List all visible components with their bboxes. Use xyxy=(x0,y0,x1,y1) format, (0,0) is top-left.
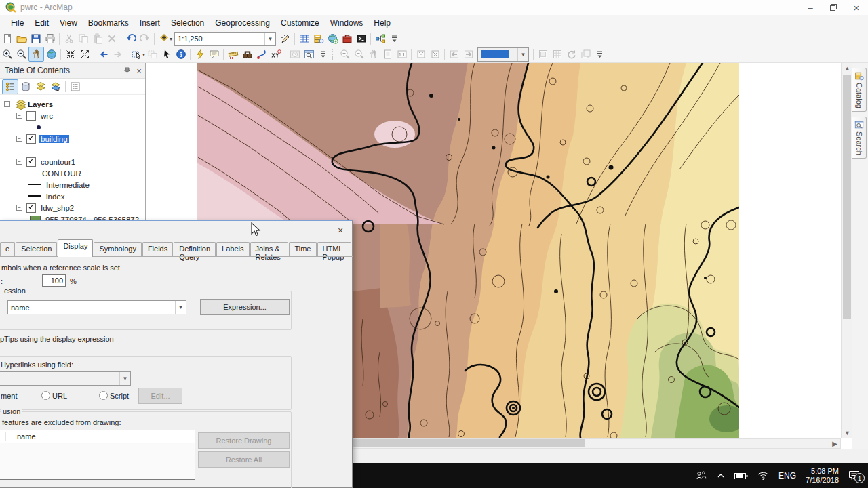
list-by-source-icon[interactable] xyxy=(18,80,33,94)
v-scroll-up-arrow[interactable]: ▲ xyxy=(842,63,853,73)
list-by-selection-icon[interactable] xyxy=(48,80,63,94)
layout-fixed-out-icon[interactable] xyxy=(428,47,442,61)
go-forward-icon[interactable] xyxy=(111,47,125,61)
toc-countour1[interactable]: −countour1 xyxy=(0,156,145,167)
line-symbol[interactable] xyxy=(28,195,41,197)
layer-label[interactable]: wrc xyxy=(39,112,54,120)
zoom-in-icon[interactable] xyxy=(0,47,14,61)
tab-symbology[interactable]: Symbology xyxy=(94,242,141,257)
toolbar-overflow-icon[interactable] xyxy=(387,32,401,45)
layout-zoom-in-icon[interactable] xyxy=(338,47,352,61)
layout-refresh-icon[interactable] xyxy=(564,47,578,61)
layer-label[interactable]: countour1 xyxy=(39,158,77,166)
layout-grid-icon[interactable] xyxy=(550,47,564,61)
dialog-close-icon[interactable]: × xyxy=(333,224,348,237)
menu-customize[interactable]: Customize xyxy=(275,16,325,30)
tab-display[interactable]: Display xyxy=(58,239,93,257)
add-basemap-icon[interactable] xyxy=(326,32,340,45)
new-document-icon[interactable] xyxy=(0,32,14,45)
minimize-button[interactable]: – xyxy=(799,0,822,15)
copy-icon[interactable] xyxy=(76,32,90,45)
tab-definition-query[interactable]: Definition Query xyxy=(174,242,216,257)
layer-label[interactable]: building xyxy=(39,135,69,143)
toc-building[interactable]: −building xyxy=(0,133,145,144)
redo-icon[interactable] xyxy=(138,32,152,45)
layout-full-page-icon[interactable] xyxy=(380,47,395,61)
paste-icon[interactable] xyxy=(90,32,104,45)
hyperlink-lightning-icon[interactable] xyxy=(193,47,207,61)
layout-one-to-one-icon[interactable] xyxy=(395,47,409,61)
map-scale-combo[interactable]: 1:1,250▼ xyxy=(174,32,276,46)
tab-labels[interactable]: Labels xyxy=(216,242,249,257)
collapse-icon[interactable]: − xyxy=(16,205,22,211)
identify-icon[interactable] xyxy=(174,47,188,61)
restore-button[interactable] xyxy=(822,0,845,15)
layout-zoom-out-icon[interactable] xyxy=(352,47,366,61)
html-popup-icon[interactable] xyxy=(207,47,221,61)
menu-selection[interactable]: Selection xyxy=(165,16,210,30)
toolbar-overflow-icon[interactable] xyxy=(593,47,607,61)
toc-options-icon[interactable] xyxy=(68,80,83,94)
line-symbol[interactable] xyxy=(28,184,41,185)
go-back-icon[interactable] xyxy=(96,47,111,61)
collapse-icon[interactable]: − xyxy=(16,136,22,142)
attribute-table-icon[interactable] xyxy=(297,32,311,45)
h-scroll-right-arrow[interactable]: ▶ xyxy=(829,440,840,447)
layer-label[interactable]: Idw_shp2 xyxy=(39,204,75,212)
model-builder-icon[interactable] xyxy=(373,32,387,45)
full-extent-icon[interactable] xyxy=(44,47,58,61)
viewer-window-icon[interactable] xyxy=(302,47,316,61)
tab-joins-relates[interactable]: Joins & Relates xyxy=(250,242,289,257)
pin-icon[interactable] xyxy=(121,64,133,77)
clock[interactable]: 5:08 PM 7/16/2018 xyxy=(806,467,839,485)
layout-back-icon[interactable] xyxy=(447,47,461,61)
python-window-icon[interactable] xyxy=(354,32,368,45)
tab-e[interactable]: e xyxy=(0,242,15,257)
add-data-icon[interactable] xyxy=(157,32,171,45)
expression-button[interactable]: Expression... xyxy=(200,299,290,315)
expression-field-dropdown[interactable]: name ▼ xyxy=(7,300,186,314)
menu-insert[interactable]: Insert xyxy=(134,16,165,30)
layout-pan-icon[interactable] xyxy=(366,47,380,61)
tab-time[interactable]: Time xyxy=(289,242,316,257)
fixed-zoom-out-icon[interactable] xyxy=(77,47,92,61)
tray-chevron-icon[interactable] xyxy=(717,472,725,479)
print-icon[interactable] xyxy=(43,32,57,45)
clear-selection-icon[interactable] xyxy=(145,47,159,61)
menu-geoprocessing[interactable]: Geoprocessing xyxy=(210,16,275,30)
menu-file[interactable]: File xyxy=(5,16,29,30)
layer-checkbox[interactable] xyxy=(26,111,36,121)
point-symbol[interactable] xyxy=(37,125,41,129)
undo-icon[interactable] xyxy=(123,32,138,45)
menu-edit[interactable]: Edit xyxy=(29,16,54,30)
find-binoculars-icon[interactable] xyxy=(240,47,254,61)
v-scroll-thumb[interactable] xyxy=(843,75,851,319)
delete-icon[interactable] xyxy=(104,32,119,45)
restore-drawing-button[interactable]: Restore Drawing xyxy=(198,432,290,449)
chevron-down-icon[interactable]: ▾ xyxy=(170,36,172,42)
layer-checkbox[interactable] xyxy=(26,203,36,213)
map-vertical-scrollbar[interactable]: ▲ ▼ xyxy=(841,63,852,438)
action-center-icon[interactable]: 1 xyxy=(848,470,860,481)
cut-icon[interactable] xyxy=(62,32,76,45)
save-icon[interactable] xyxy=(28,32,43,45)
editor-pencil-icon[interactable] xyxy=(278,32,292,45)
toc-layers[interactable]: −Layers xyxy=(0,98,145,110)
radio-url[interactable] xyxy=(41,391,50,400)
layer-checkbox[interactable] xyxy=(26,157,36,167)
time-slider-icon[interactable] xyxy=(288,47,302,61)
menu-windows[interactable]: Windows xyxy=(325,16,369,30)
menu-help[interactable]: Help xyxy=(368,16,396,30)
layout-forward-icon[interactable] xyxy=(461,47,475,61)
layout-toggle-icon[interactable] xyxy=(536,47,550,61)
collapse-icon[interactable]: − xyxy=(16,159,22,165)
layout-stack-icon[interactable] xyxy=(578,47,593,61)
catalog-window-icon[interactable] xyxy=(311,32,326,45)
people-icon[interactable] xyxy=(695,470,707,481)
go-to-xy-icon[interactable] xyxy=(269,47,283,61)
v-scroll-down-arrow[interactable]: ▼ xyxy=(842,428,853,438)
list-by-visibility-icon[interactable] xyxy=(33,80,48,94)
select-features-icon[interactable] xyxy=(130,47,144,61)
layout-zoom-percent-combo[interactable]: ▼ xyxy=(477,47,529,62)
dock-tab-catalog[interactable]: Catalog xyxy=(852,68,867,112)
